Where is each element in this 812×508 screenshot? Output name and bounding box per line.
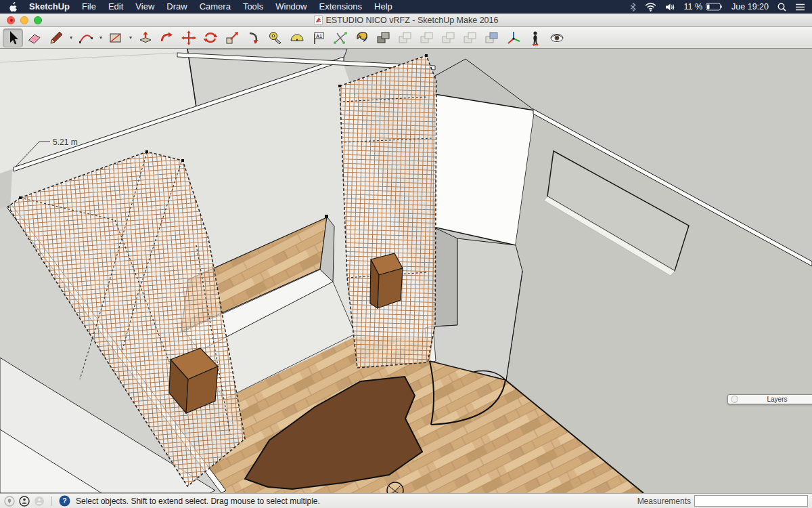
tool-protractor-button[interactable]: [287, 28, 307, 47]
tool-move-button[interactable]: [179, 28, 199, 47]
status-hint: Select objects. Shift to extend select. …: [76, 496, 320, 506]
menu-window[interactable]: Window: [269, 1, 313, 12]
menu-tools[interactable]: Tools: [237, 1, 269, 12]
menu-extensions[interactable]: Extensions: [313, 1, 368, 12]
tool-arc-dropdown-caret[interactable]: ▾: [97, 35, 104, 41]
component-option-5-icon: [484, 30, 500, 46]
tool-look-around-button[interactable]: [547, 28, 567, 47]
tool-component-option-3-button[interactable]: [438, 28, 459, 47]
credit-icon[interactable]: [19, 496, 30, 507]
tool-component-option-1-button[interactable]: [395, 28, 415, 47]
status-divider: [51, 496, 52, 506]
sketchup-screen: SketchUpFileEditViewDrawCameraToolsWindo…: [0, 0, 812, 508]
layers-close-icon[interactable]: [731, 396, 738, 403]
menu-file[interactable]: File: [76, 1, 102, 12]
tool-select-button[interactable]: [3, 28, 23, 47]
tool-follow-me-button[interactable]: [157, 28, 177, 47]
offset-icon: [246, 30, 262, 46]
component-option-4-icon: [462, 30, 478, 46]
tool-text-button[interactable]: A1: [309, 28, 329, 47]
rotate-icon: [202, 30, 219, 46]
volume-icon[interactable]: [665, 3, 675, 12]
battery-icon: [706, 3, 723, 11]
window-title-area: ESTUDIO NICO vRFZ - SketchUp Make 2016: [0, 15, 812, 25]
menu-clock[interactable]: Jue 19:20: [731, 2, 769, 12]
status-bar: ? Select objects. Shift to extend select…: [0, 493, 812, 508]
document-icon: [314, 15, 323, 25]
tool-component-option-2-button[interactable]: [417, 28, 437, 47]
tool-offset-button[interactable]: [244, 28, 264, 47]
scale-icon: [224, 30, 240, 46]
dimension-label: 5.21 m: [53, 137, 78, 147]
tool-component-option-4-button[interactable]: [460, 28, 480, 47]
zoom-button[interactable]: [34, 16, 42, 24]
menu-view[interactable]: View: [129, 1, 160, 12]
minimize-button[interactable]: [20, 16, 28, 24]
tool-paint-bucket-button[interactable]: [352, 28, 372, 47]
measurements-label: Measurements: [637, 496, 691, 506]
position-camera-icon: [527, 30, 543, 46]
component-option-2-icon: [419, 30, 435, 46]
tool-axes-button[interactable]: [330, 28, 351, 47]
follow-me-icon: [159, 30, 175, 46]
rectangle-icon: [108, 30, 124, 46]
tool-line-button[interactable]: [46, 28, 66, 47]
tool-scale-button[interactable]: [222, 28, 242, 47]
battery-indicator[interactable]: 11 %: [684, 2, 723, 12]
viewport-3d-scene: 5.21 m: [0, 49, 812, 493]
tool-rotate-button[interactable]: [200, 28, 221, 47]
spotlight-search-icon[interactable]: [777, 3, 786, 12]
tape-measure-icon: [267, 30, 284, 46]
svg-text:A1: A1: [316, 33, 322, 38]
axes-xyz-icon: [505, 30, 522, 46]
sign-in-icon[interactable]: [34, 496, 45, 507]
bluetooth-icon[interactable]: [630, 3, 636, 12]
layers-panel[interactable]: Layers: [727, 394, 812, 404]
menu-help[interactable]: Help: [368, 1, 399, 12]
tool-arc-button[interactable]: [76, 28, 96, 47]
select-icon: [5, 30, 21, 46]
tool-tape-measure-button[interactable]: [265, 28, 286, 47]
menu-draw[interactable]: Draw: [160, 1, 193, 12]
window-title: ESTUDIO NICO vRFZ - SketchUp Make 2016: [326, 16, 499, 25]
title-bar: ESTUDIO NICO vRFZ - SketchUp Make 2016: [0, 14, 812, 27]
menu-status-area: 11 % Jue 19:20: [630, 2, 806, 12]
move-icon: [181, 30, 197, 46]
measurements-input[interactable]: [694, 495, 808, 507]
tool-palette: ▾▾▾A1: [0, 27, 812, 49]
menu-edit[interactable]: Edit: [102, 1, 129, 12]
tool-push-pull-button[interactable]: [135, 28, 156, 47]
notification-center-icon[interactable]: [795, 3, 805, 11]
tool-line-dropdown-caret[interactable]: ▾: [68, 35, 74, 41]
tool-make-component-button[interactable]: [374, 28, 394, 47]
brown-box-right[interactable]: [370, 253, 403, 308]
line-icon: [48, 30, 64, 46]
look-around-icon: [549, 30, 565, 46]
apple-menu-icon[interactable]: [9, 2, 18, 12]
battery-percent: 11 %: [684, 2, 703, 12]
tool-rectangle-dropdown-caret[interactable]: ▾: [127, 35, 134, 41]
close-button[interactable]: [7, 16, 15, 24]
layers-panel-title: Layers: [738, 395, 812, 404]
geolocation-icon[interactable]: [4, 496, 15, 507]
push-pull-icon: [137, 30, 154, 46]
make-component-icon: [376, 30, 392, 46]
viewport-3d[interactable]: 5.21 m: [0, 49, 812, 493]
menu-items: SketchUpFileEditViewDrawCameraToolsWindo…: [23, 0, 399, 14]
tool-component-option-5-button[interactable]: [482, 28, 502, 47]
door-side-wall-dark[interactable]: [433, 227, 457, 326]
menu-sketchup[interactable]: SketchUp: [23, 1, 76, 12]
tool-rectangle-button[interactable]: [106, 28, 126, 47]
menu-camera[interactable]: Camera: [194, 1, 237, 12]
traffic-lights: [7, 16, 42, 24]
paint-bucket-icon: [354, 30, 370, 46]
hatched-wall-right-selection[interactable]: [338, 54, 436, 368]
tool-eraser-button[interactable]: [24, 28, 45, 47]
component-option-1-icon: [397, 30, 413, 46]
help-tip-icon[interactable]: ?: [59, 495, 70, 507]
tool-position-camera-button[interactable]: [525, 28, 545, 47]
tool-axes-xyz-button[interactable]: [503, 28, 524, 47]
wifi-icon[interactable]: [645, 3, 656, 12]
menu-bar: SketchUpFileEditViewDrawCameraToolsWindo…: [0, 0, 812, 14]
axes-icon: [332, 30, 348, 46]
